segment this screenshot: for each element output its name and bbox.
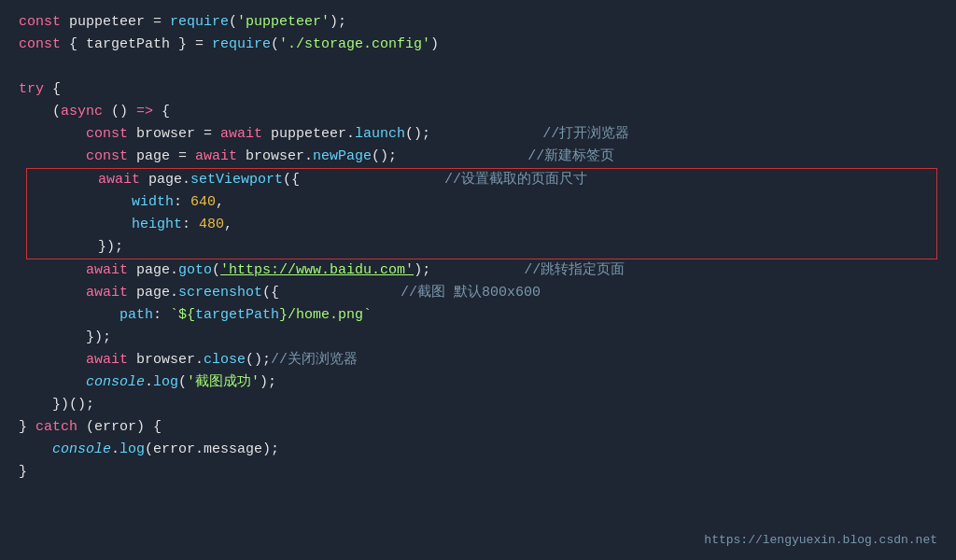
code-line-12: await page.goto('https://www.baidu.com')… — [19, 259, 937, 282]
keyword-const: const — [19, 11, 69, 34]
code-line-5: (async () => { — [19, 101, 937, 123]
code-line-2: const { targetPath } = require('./storag… — [19, 34, 937, 56]
code-line-13: await page.screenshot({//截图 默认800x600 — [19, 282, 937, 304]
highlighted-block: await page.setViewport({//设置截取的页面尺寸 widt… — [26, 168, 937, 259]
fn-require2: require — [212, 34, 271, 56]
fn-require: require — [170, 11, 229, 34]
code-line-19: } catch (error) { — [19, 416, 937, 439]
code-line-16: await browser.close();//关闭浏览器 — [19, 349, 937, 371]
code-editor: const puppeteer = require('puppeteer'); … — [0, 0, 956, 560]
code-line-15: }); — [19, 327, 937, 349]
code-line-3 — [19, 56, 937, 78]
code-line-10: height: 480, — [31, 214, 933, 236]
code-line-14: path: `${targetPath}/home.png` — [19, 304, 937, 327]
code-line-1: const puppeteer = require('puppeteer'); — [19, 11, 937, 34]
code-line-6: const browser = await puppeteer.launch()… — [19, 123, 937, 146]
code-line-4: try { — [19, 78, 937, 101]
code-line-21: } — [19, 461, 937, 483]
code-line-7: const page = await browser.newPage();//新… — [19, 146, 937, 168]
keyword-const2: const — [19, 34, 69, 56]
code-line-9: width: 640, — [31, 191, 933, 214]
code-line-20: console.log(error.message); — [19, 439, 937, 461]
code-line-11: }); — [31, 236, 933, 259]
footer-url: https://lengyuexin.blog.csdn.net — [704, 531, 937, 551]
code-line-18: })(); — [19, 394, 937, 416]
code-line-8: await page.setViewport({//设置截取的页面尺寸 — [31, 169, 933, 191]
code-line-17: console.log('截图成功'); — [19, 371, 937, 394]
